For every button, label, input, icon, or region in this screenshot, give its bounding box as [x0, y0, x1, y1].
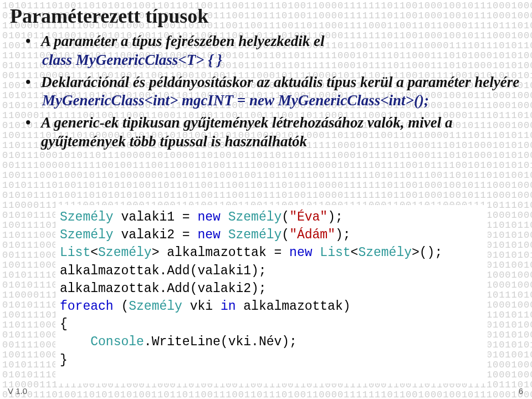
- code-line: alkalmazottak.Add(valaki1);: [60, 262, 483, 280]
- code-sample: Személy valaki1 = new Személy("Éva");Sze…: [55, 205, 488, 383]
- bullet-item: A paraméter a típus fejrészében helyezke…: [25, 32, 522, 70]
- footer-page-number: 6: [519, 386, 523, 396]
- code-line: Személy valaki2 = new Személy("Ádám");: [60, 226, 483, 244]
- code-line: Console.WriteLine(vki.Név);: [60, 333, 483, 351]
- code-line: Személy valaki1 = new Személy("Éva");: [60, 208, 483, 226]
- bullet-text: A paraméter a típus fejrészében helyezke…: [39, 32, 522, 51]
- bullet-list: A paraméter a típus fejrészében helyezke…: [10, 32, 522, 151]
- bullet-item: A generic-ek tipikusan gyűjtemények létr…: [25, 114, 522, 151]
- bullet-text: A generic-ek tipikusan gyűjtemények létr…: [39, 114, 522, 151]
- bullet-item: Deklarációnál és példányosításkor az akt…: [25, 73, 522, 111]
- bullet-code: class MyGenericClass<T> { }: [39, 52, 222, 68]
- bullet-code: MyGenericClass<int> mgcINT = new MyGener…: [39, 92, 429, 109]
- page-title: Paraméterezett típusok: [10, 4, 522, 28]
- code-line: foreach (Személy vki in alkalmazottak): [60, 298, 483, 315]
- code-line: List<Személy> alkalmazottak = new List<S…: [60, 244, 483, 262]
- code-line: alkalmazottak.Add(valaki2);: [60, 280, 483, 298]
- bullet-text: Deklarációnál és példányosításkor az akt…: [39, 73, 522, 92]
- code-line: }: [60, 351, 483, 369]
- footer-version: V 1.0: [8, 386, 27, 396]
- code-line: {: [60, 315, 483, 333]
- slide-content: Paraméterezett típusok A paraméter a típ…: [0, 0, 532, 151]
